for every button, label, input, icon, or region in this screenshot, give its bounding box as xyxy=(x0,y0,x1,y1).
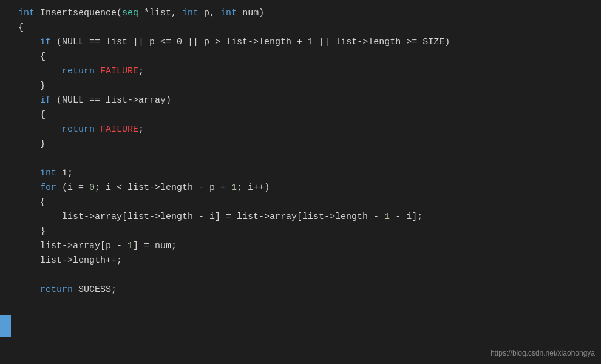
keyword-return-2: return xyxy=(62,124,95,135)
code-line-18: list->length++; xyxy=(18,254,589,268)
code-text: { xyxy=(18,197,46,207)
type-seq: seq xyxy=(122,8,138,18)
keyword-if-1: if xyxy=(40,37,51,47)
code-text: num) xyxy=(237,8,264,18)
code-text: } xyxy=(18,226,46,237)
code-text xyxy=(18,183,40,193)
code-line-15: list->array[list->length - i] = list->ar… xyxy=(18,210,589,224)
code-text xyxy=(18,168,40,178)
number-1: 1 xyxy=(308,37,313,47)
keyword-int-4: int xyxy=(40,168,56,178)
code-text xyxy=(18,285,40,295)
code-line-2: { xyxy=(18,21,589,35)
code-text xyxy=(18,124,62,135)
code-text: ] = num; xyxy=(133,241,177,251)
code-text xyxy=(18,66,62,76)
return-value-failure-1: FAILURE xyxy=(100,66,138,76)
code-text: } xyxy=(18,139,46,149)
keyword-if-2: if xyxy=(40,95,51,106)
code-text: || list->length >= SIZE) xyxy=(313,37,450,47)
code-line-16: } xyxy=(18,224,589,239)
code-text: { xyxy=(18,22,24,33)
code-line-4: { xyxy=(18,50,589,64)
code-line-12: int i; xyxy=(18,166,589,181)
code-line-7: if (NULL == list->array) xyxy=(18,93,589,108)
code-text: SUCESS; xyxy=(73,285,117,295)
code-text: ; i < list->length - p + xyxy=(95,183,231,193)
code-text: { xyxy=(18,110,46,120)
code-text: *list, xyxy=(138,8,182,18)
code-line-11 xyxy=(18,152,589,166)
code-line-10: } xyxy=(18,137,589,152)
code-line-20: return SUCESS; xyxy=(18,283,589,297)
code-line-5: return FAILURE; xyxy=(18,64,589,79)
keyword-int-2: int xyxy=(182,8,199,18)
code-text: } xyxy=(18,81,46,91)
code-text: (i = xyxy=(56,183,89,193)
sidebar-bar xyxy=(0,315,11,337)
code-text xyxy=(95,124,100,135)
code-text: (NULL == list->array) xyxy=(51,95,171,106)
number-2: 1 xyxy=(231,183,237,193)
code-container: int Insertsequence(seq *list, int p, int… xyxy=(0,0,601,364)
code-text: list->array[p - xyxy=(18,241,127,251)
code-text xyxy=(18,95,40,106)
code-text: list->array[list->length - i] = list->ar… xyxy=(18,212,384,222)
code-text: - i]; xyxy=(390,212,423,222)
keyword-return-3: return xyxy=(40,285,73,295)
code-text: p, xyxy=(199,8,220,18)
code-line-19 xyxy=(18,268,589,283)
code-text: ; xyxy=(138,66,144,76)
keyword-int-3: int xyxy=(220,8,237,18)
code-text xyxy=(95,66,100,76)
code-text: { xyxy=(18,52,46,62)
code-line-8: { xyxy=(18,108,589,123)
number-0: 0 xyxy=(89,183,95,193)
code-line-1: int Insertsequence(seq *list, int p, int… xyxy=(18,6,589,21)
keyword-return-1: return xyxy=(62,66,95,76)
code-text: ; i++) xyxy=(237,183,270,193)
code-line-9: return FAILURE; xyxy=(18,123,589,137)
code-text: list->length++; xyxy=(18,255,122,266)
code-line-14: { xyxy=(18,195,589,210)
number-3: 1 xyxy=(384,212,390,222)
code-line-13: for (i = 0; i < list->length - p + 1; i+… xyxy=(18,181,589,195)
code-text: (NULL == list || p <= 0 || p > list->len… xyxy=(51,37,308,47)
code-text: ; xyxy=(138,124,144,135)
code-line-3: if (NULL == list || p <= 0 || p > list->… xyxy=(18,35,589,50)
code-line-17: list->array[p - 1] = num; xyxy=(18,239,589,254)
watermark: https://blog.csdn.net/xiaohongya xyxy=(491,348,595,359)
code-text: Insertsequence( xyxy=(35,8,122,18)
code-text xyxy=(18,37,40,47)
number-4: 1 xyxy=(127,241,133,251)
code-line-6: } xyxy=(18,79,589,93)
keyword-int-1: int xyxy=(18,8,35,18)
return-value-failure-2: FAILURE xyxy=(100,124,138,135)
keyword-for: for xyxy=(40,183,56,193)
code-text: i; xyxy=(56,168,73,178)
